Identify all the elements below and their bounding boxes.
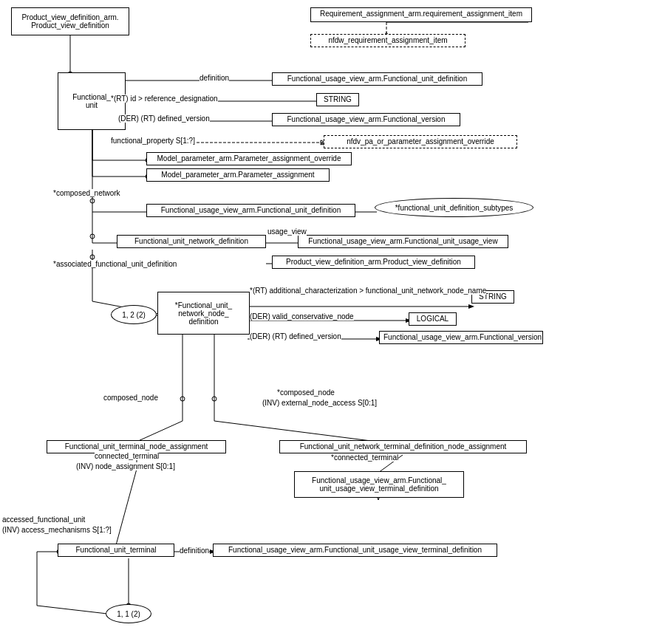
associated-label: *associated_functional_unit_definition: [53, 260, 177, 268]
functional-unit-network-terminal-box: Functional_unit_network_terminal_definit…: [279, 440, 527, 453]
composed-network-label: *composed_network: [53, 189, 120, 197]
svg-point-27: [90, 234, 95, 239]
functional-property-label: functional_property S[1:?]: [111, 137, 195, 145]
product-view-def2-box: Product_view_definition_arm.Product_view…: [272, 256, 475, 269]
svg-line-55: [37, 606, 107, 614]
functional-unit-network-def-box: Functional_unit_network_definition: [117, 235, 266, 248]
svg-line-44: [137, 421, 183, 442]
svg-marker-37: [468, 304, 474, 309]
functional-usage-terminal-def-box: Functional_usage_view_arm.Functional_uni…: [294, 471, 464, 498]
logical-box: LOGICAL: [409, 312, 457, 326]
node-assignment-label: (INV) node_assignment S[0:1]: [76, 462, 175, 470]
usage-view-label: usage_view: [267, 227, 307, 236]
functional-unit-network-node-def-box: *Functional_unit_network_node_definition: [157, 292, 250, 335]
req-assign-box: Requirement_assignment_arm.requirement_a…: [310, 7, 532, 22]
functional-version2-box: Functional_usage_view_arm.Functional_ver…: [379, 331, 543, 344]
definition-label1: definition: [199, 74, 229, 82]
access-mechanisms-label: (INV) access_mechanisms S[1:?]: [2, 526, 112, 534]
nfdv-pa-box: nfdv_pa_or_parameter_assignment_override: [324, 135, 517, 148]
der-defined-version2-label: (DER) (RT) defined_version: [250, 332, 341, 340]
functional-unit-subtypes-ellipse: *functional_unit_definition_subtypes: [375, 198, 533, 217]
functional-usage-view-box: Functional_usage_view_arm.Functional_uni…: [298, 235, 508, 248]
connected-terminal2-label: *connected_terminal: [331, 453, 398, 462]
functional-unit-terminal-def2-box: Functional_usage_view_arm.Functional_uni…: [213, 544, 497, 557]
accessed-functional-label: accessed_functional_unit: [2, 515, 85, 524]
model-param-override-box: Model_parameter_arm.Parameter_assignment…: [146, 152, 352, 165]
svg-line-47: [214, 421, 377, 442]
der-defined-version-label: (DER) (RT) defined_version: [118, 114, 210, 123]
model-param-box: Model_parameter_arm.Parameter_assignment: [146, 168, 330, 182]
one-one-ellipse: 1, 1 (2): [106, 604, 151, 623]
definition-label2: definition: [180, 547, 209, 555]
diagram-container: Product_view_definition_arm. Product_vie…: [0, 0, 648, 644]
nfdw-req-box: nfdw_requirement_assignment_item: [310, 34, 465, 47]
one-two-ellipse: 1, 2 (2): [111, 305, 157, 324]
functional-unit-def2-box: Functional_usage_view_arm.Functional_uni…: [146, 204, 355, 217]
product-view-def-box: Product_view_definition_arm. Product_vie…: [11, 7, 129, 35]
svg-point-22: [90, 199, 95, 203]
functional-unit-terminal-box: Functional_unit_terminal: [58, 544, 174, 557]
rt-additional-label: *(RT) additional_characterization > func…: [250, 287, 486, 295]
composed-node2-label: *composed_node: [277, 388, 335, 397]
functional-usage-def-box: Functional_usage_view_arm.Functional_uni…: [272, 72, 482, 86]
string-box1: STRING: [316, 93, 359, 106]
svg-point-43: [180, 397, 185, 401]
external-node-label: (INV) external_node_access S[0:1]: [262, 399, 377, 407]
svg-point-33: [90, 255, 95, 259]
composed-node-label: composed_node: [103, 394, 158, 402]
der-valid-label: (DER) valid_conservative_node: [250, 312, 354, 321]
svg-line-49: [116, 469, 137, 545]
connected-terminal-label: connected_terminal: [95, 452, 159, 460]
functional-version-box: Functional_usage_view_arm.Functional_ver…: [272, 113, 460, 126]
svg-point-46: [212, 397, 216, 401]
rt-id-label: *(RT) id > reference_designation: [111, 95, 218, 103]
